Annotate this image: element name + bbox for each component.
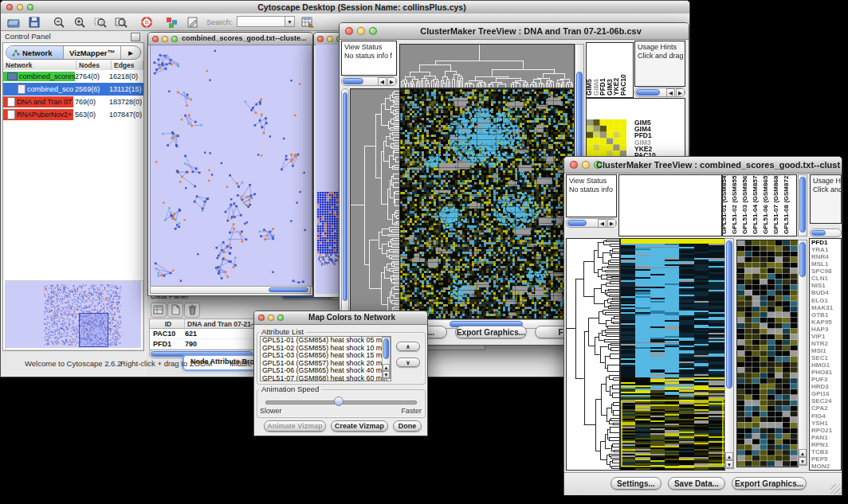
move-down-button[interactable]: ∨	[396, 357, 420, 367]
scroll-left-icon[interactable]: ◀	[598, 219, 607, 228]
treeview1-titlebar[interactable]: ClusterMaker TreeView : DNA and Tran 07-…	[340, 23, 689, 40]
float-panel-icon[interactable]	[131, 33, 140, 41]
scroll-left-icon[interactable]: ◀	[666, 88, 675, 97]
tv2-heatmap-vscrollbar[interactable]: ▲ ▼	[724, 238, 734, 469]
scrollbar-thumb[interactable]	[343, 78, 363, 84]
tv1-status-scrollbar[interactable]: ◀ ▶	[341, 76, 397, 86]
col-nodes[interactable]: Nodes	[77, 61, 112, 70]
gene-label[interactable]: MSL1	[810, 260, 841, 268]
scroll-up-icon[interactable]: ▲	[799, 449, 807, 457]
tab-vizmapper[interactable]: VizMapper™	[64, 46, 121, 59]
scrollbar-thumb[interactable]	[343, 92, 347, 301]
tab-overflow[interactable]: ▶	[121, 46, 140, 59]
scroll-down-icon[interactable]: ▼	[799, 457, 807, 465]
gene-label[interactable]: YSH1	[810, 420, 841, 427]
scroll-down-icon[interactable]: ▼	[725, 460, 733, 468]
save-session-icon[interactable]	[26, 14, 43, 30]
speed-slider-thumb[interactable]	[334, 397, 344, 406]
zoom-in-icon[interactable]	[71, 14, 88, 30]
close-button[interactable]	[258, 315, 265, 321]
tv2-save-data-button[interactable]: Save Data...	[668, 477, 725, 490]
scrollbar-thumb[interactable]	[811, 230, 826, 236]
gene-label[interactable]: TCB3	[810, 448, 841, 455]
gene-label[interactable]: HRD3	[810, 383, 841, 390]
zoom-button[interactable]	[369, 27, 377, 35]
tv2-row-dendrogram[interactable]	[566, 238, 620, 471]
scroll-right-icon[interactable]: ▶	[676, 88, 685, 97]
gene-label[interactable]: RPO21	[810, 427, 841, 434]
gene-label[interactable]: ELG1	[810, 297, 841, 304]
gene-label[interactable]: RNR4	[810, 253, 841, 260]
zoom-button[interactable]	[27, 4, 33, 10]
tv2-usage-scrollbar[interactable]	[810, 229, 842, 237]
treeview2-titlebar[interactable]: ClusterMaker TreeView : combined_scores_…	[564, 157, 842, 174]
network-canvas[interactable]	[150, 45, 312, 287]
zoom-out-icon[interactable]	[50, 14, 68, 30]
scrollbar-thumb[interactable]	[799, 242, 806, 277]
gene-label[interactable]: GTB1	[810, 311, 841, 318]
tv1-heatmap[interactable]	[399, 88, 575, 319]
gene-label[interactable]: GPI16	[810, 390, 841, 397]
col-network[interactable]: Network	[3, 61, 77, 70]
scroll-up-icon[interactable]: ▲	[725, 452, 733, 460]
minimize-button[interactable]	[268, 315, 274, 321]
network-row[interactable]: combined_sco2569(6)13112(15)	[3, 83, 143, 96]
attribute-select-icon[interactable]	[151, 303, 167, 318]
close-button[interactable]	[345, 27, 353, 35]
scroll-right-icon[interactable]: ▶	[607, 219, 616, 228]
tv2-collabel-scrollbar[interactable]	[798, 174, 807, 236]
attribute-table-icon[interactable]	[299, 14, 316, 30]
scroll-left-icon[interactable]: ◀	[378, 77, 387, 86]
minimize-button[interactable]	[357, 27, 365, 35]
minimize-button[interactable]	[17, 4, 23, 10]
zoom-fit-icon[interactable]	[112, 14, 130, 30]
gene-label[interactable]: PUF3	[810, 376, 841, 383]
tv1-column-dendrogram[interactable]	[399, 44, 575, 88]
close-button[interactable]	[317, 36, 324, 42]
network-row[interactable]: combined_scores2764(0)16218(0)	[3, 70, 143, 83]
done-button[interactable]: Done	[393, 420, 422, 432]
gene-label[interactable]: PFD1	[810, 239, 841, 246]
scrollbar-thumb[interactable]	[799, 177, 806, 232]
gene-label[interactable]: PAN1	[810, 434, 841, 441]
gene-label[interactable]: RPN1	[810, 441, 841, 448]
scrollbar-thumb[interactable]	[726, 240, 732, 389]
tv2-gene-list[interactable]: PFD1YRA1RNR4MSL1SPC98CLN1NIS1BUD4ELG1MAK…	[809, 238, 842, 471]
dialog-titlebar[interactable]: Map Colors to Network	[254, 311, 427, 325]
tab-network[interactable]: Network	[6, 46, 64, 59]
attr-col-id[interactable]: ID	[150, 319, 185, 328]
network-view-titlebar[interactable]: combined_scores_good.txt--cluste...	[148, 33, 312, 45]
gene-label[interactable]: NIS1	[810, 282, 841, 289]
help-lifering-icon[interactable]	[138, 14, 155, 30]
gene-label[interactable]: CLN1	[810, 275, 841, 282]
col-edges[interactable]: Edges	[112, 61, 143, 70]
scrollbar-thumb[interactable]	[567, 220, 587, 226]
delete-attribute-icon[interactable]	[184, 303, 200, 318]
animate-vizmap-button[interactable]: Animate Vizmap	[264, 420, 326, 432]
minimize-button[interactable]	[327, 36, 333, 42]
gene-label[interactable]: BUD4	[810, 289, 841, 296]
minimize-button[interactable]	[162, 36, 168, 42]
close-button[interactable]	[6, 4, 13, 10]
resize-grip[interactable]	[830, 484, 841, 494]
tv2-zoom-heatmap[interactable]	[736, 240, 799, 467]
network-row[interactable]: RNAPuberNov2+563(0)107847(0)	[3, 108, 143, 121]
gene-label[interactable]: CPA2	[810, 404, 841, 412]
zoom-button[interactable]	[171, 36, 178, 42]
vizmapper-icon[interactable]	[163, 14, 181, 30]
move-up-button[interactable]: ∧	[396, 342, 420, 351]
create-vizmap-button[interactable]: Create Vizmap	[331, 420, 388, 432]
tv1-usage-scrollbar[interactable]: ◀ ▶	[634, 88, 685, 97]
scrollbar-thumb[interactable]	[383, 338, 389, 359]
tv2-zoom-vscrollbar[interactable]: ▲ ▼	[798, 240, 807, 466]
gene-label[interactable]: NTR2	[810, 340, 841, 347]
gene-label[interactable]: MSI1	[810, 347, 841, 354]
scroll-up-icon[interactable]: ▲	[383, 364, 390, 371]
new-attribute-icon[interactable]	[167, 303, 183, 318]
gene-label[interactable]: HAP3	[810, 326, 841, 333]
gene-label[interactable]: MON2	[810, 463, 841, 470]
scroll-right-icon[interactable]: ▶	[387, 77, 396, 86]
tv1-export-graphics-button[interactable]: Export Graphics...	[455, 326, 527, 338]
gene-label[interactable]: MAK31	[810, 304, 841, 311]
scrollbar-thumb[interactable]	[636, 89, 660, 96]
